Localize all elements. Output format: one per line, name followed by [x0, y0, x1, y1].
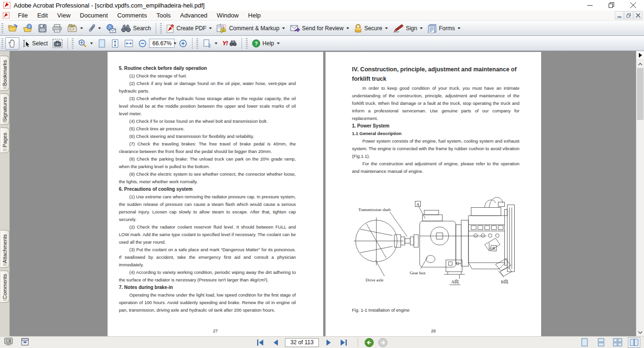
search-label: Search — [133, 25, 151, 32]
scrollbar-thumb[interactable] — [637, 68, 644, 120]
open-web-icon — [23, 24, 33, 33]
vertical-scrollbar[interactable] — [636, 51, 644, 336]
comment-markup-button[interactable]: Comment & Markup — [214, 22, 287, 34]
fit-page-button[interactable] — [109, 37, 122, 50]
body-paragraph: (9) Check the electric system to see whe… — [119, 170, 296, 186]
page-display-button[interactable] — [200, 37, 220, 50]
secure-caret-icon[interactable] — [385, 27, 388, 29]
menu-file[interactable]: File — [13, 10, 33, 21]
page-indicator-input[interactable] — [285, 338, 319, 347]
email-button[interactable] — [103, 22, 118, 34]
next-view-button[interactable] — [378, 338, 387, 347]
tab-signatures[interactable]: Signatures — [0, 93, 9, 125]
continuous-facing-button[interactable] — [611, 337, 624, 348]
scroll-up-button[interactable] — [636, 60, 644, 68]
page-display-caret-icon[interactable] — [215, 42, 217, 44]
zoom-out-button[interactable] — [136, 37, 149, 50]
menu-tools[interactable]: Tools — [151, 10, 175, 21]
toolbar-grip[interactable] — [72, 38, 74, 49]
page-number: 27 — [108, 329, 323, 333]
hand-tool-button[interactable] — [5, 37, 19, 50]
single-page-button[interactable] — [578, 337, 591, 348]
send-review-caret-icon[interactable] — [346, 27, 349, 29]
figure-caption: Fig. 1-1 Installation of engine — [352, 306, 519, 314]
select-tool-button[interactable]: Select — [19, 37, 50, 50]
page-display-icon — [202, 39, 212, 48]
toolbar-grip[interactable] — [160, 23, 162, 34]
forms-icon — [427, 24, 437, 33]
doc-minimize-button[interactable] — [615, 11, 624, 19]
open-button[interactable] — [5, 22, 20, 34]
document-window-controls — [615, 11, 643, 19]
restore-button[interactable] — [601, 0, 622, 10]
save-button[interactable] — [35, 22, 50, 34]
toolbar-grip[interactable] — [196, 38, 198, 49]
section-heading: 1. Power System — [352, 122, 519, 130]
create-pdf-caret-icon[interactable] — [209, 27, 212, 29]
tab-attachments[interactable]: Attachments — [0, 230, 9, 268]
attach-button[interactable] — [85, 22, 103, 34]
print-button[interactable] — [50, 22, 65, 34]
actual-size-icon — [98, 39, 106, 48]
first-page-button[interactable] — [255, 338, 266, 347]
search-button[interactable]: Search — [118, 22, 153, 34]
send-review-button[interactable]: Send for Review — [287, 22, 351, 34]
zoom-level-input[interactable] — [149, 39, 175, 48]
comment-markup-caret-icon[interactable] — [282, 27, 285, 29]
facing-button[interactable] — [628, 337, 640, 348]
yahoo-search-button[interactable]: Y! — [220, 37, 239, 50]
toolbar-grip[interactable] — [246, 38, 248, 49]
zoom-tool-caret-icon[interactable] — [90, 42, 93, 44]
forms-label: Forms — [439, 25, 455, 32]
fit-width-button[interactable] — [122, 37, 136, 50]
menu-help[interactable]: Help — [243, 10, 266, 21]
toolbar-grip[interactable] — [1, 23, 3, 34]
tab-pages[interactable]: Pages — [0, 127, 9, 153]
previous-page-button[interactable] — [270, 338, 281, 347]
doc-close-button[interactable] — [634, 11, 643, 19]
status-left-icons — [4, 338, 29, 346]
screen-mode-icon[interactable] — [4, 338, 13, 346]
pane-expand-button[interactable] — [636, 51, 644, 60]
organizer-dropdown-caret-icon[interactable] — [80, 27, 83, 29]
organizer-button[interactable] — [65, 22, 85, 34]
previous-view-button[interactable] — [365, 338, 374, 347]
section-heading: 5. Routine check before daily operation — [119, 65, 296, 72]
attach-dropdown-caret-icon[interactable] — [98, 27, 101, 29]
zoom-tool-button[interactable] — [75, 37, 95, 50]
menu-comments[interactable]: Comments — [113, 10, 152, 21]
document-canvas[interactable]: 5. Routine check before daily operation … — [10, 51, 636, 336]
diagram-label-gear-box: Gear box — [410, 271, 426, 275]
last-page-button[interactable] — [338, 338, 349, 347]
tab-bookmarks[interactable]: Bookmarks — [0, 56, 9, 91]
forms-caret-icon[interactable] — [458, 27, 460, 29]
continuous-button[interactable] — [595, 337, 607, 348]
menu-view[interactable]: View — [52, 10, 75, 21]
snapshot-tool-button[interactable] — [50, 37, 65, 50]
create-pdf-button[interactable]: Create PDF — [164, 22, 214, 34]
tab-comments[interactable]: Comments — [0, 271, 9, 303]
help-caret-icon[interactable] — [277, 42, 280, 44]
menu-window[interactable]: Window — [212, 10, 243, 21]
secure-button[interactable]: Secure — [351, 22, 390, 34]
next-page-button[interactable] — [323, 338, 334, 347]
zoom-in-button[interactable] — [176, 37, 190, 50]
menu-edit[interactable]: Edit — [33, 10, 52, 21]
body-paragraph: (1) Use extreme care when removing the r… — [119, 193, 296, 223]
doc-restore-button[interactable] — [624, 11, 633, 19]
scroll-down-button[interactable] — [636, 328, 644, 336]
help-button[interactable]: ? Help — [250, 37, 282, 50]
toolbar-grip[interactable] — [1, 38, 3, 49]
minimize-button[interactable] — [579, 0, 601, 10]
open-web-button[interactable] — [20, 22, 35, 34]
sign-button[interactable]: Sign — [390, 22, 425, 34]
status-box-icon[interactable] — [21, 338, 29, 346]
chapter-title: IV. Construction, principle, adjustment … — [352, 65, 519, 84]
close-button[interactable] — [622, 0, 644, 10]
sign-caret-icon[interactable] — [420, 27, 423, 29]
zoom-in-icon — [179, 39, 187, 48]
menu-advanced[interactable]: Advanced — [176, 10, 212, 21]
actual-size-button[interactable] — [95, 37, 109, 50]
forms-button[interactable]: Forms — [425, 22, 463, 34]
menu-document[interactable]: Document — [75, 10, 112, 21]
